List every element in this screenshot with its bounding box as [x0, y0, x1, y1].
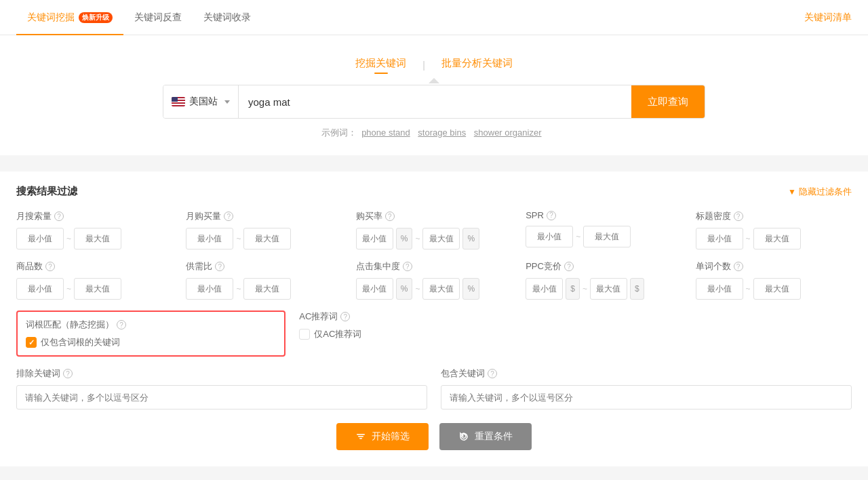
- search-tabs: 挖掘关键词 | 批量分析关键词: [355, 57, 513, 73]
- examples-row: 示例词： phone stand storage bins shower org…: [321, 127, 547, 139]
- svg-rect-1: [358, 436, 363, 437]
- filter-purchase-rate: 购买率 ? % ~ %: [356, 210, 512, 249]
- search-button[interactable]: 立即查询: [631, 85, 705, 118]
- word-match-group: 词根匹配（静态挖掘） ? 仅包含词根的关键词: [16, 311, 285, 357]
- filter-icon: [355, 431, 366, 442]
- filter-ppc-bid: PPC竞价 ? $ ~ $: [526, 260, 682, 300]
- supply-demand-max[interactable]: [243, 278, 291, 300]
- product-count-max[interactable]: [74, 278, 121, 300]
- filter-product-count: 商品数 ? ~: [16, 260, 172, 300]
- ac-recommend-group: AC推荐词 ? 仅AC推荐词: [299, 311, 568, 357]
- monthly-search-max[interactable]: [74, 228, 121, 249]
- reset-button[interactable]: 重置条件: [439, 423, 532, 450]
- start-filter-button[interactable]: 开始筛选: [336, 423, 429, 450]
- filter-monthly-purchase: 月购买量 ? ~: [186, 210, 342, 249]
- us-flag-icon: [172, 97, 185, 106]
- info-icon-product-count[interactable]: ?: [45, 262, 55, 271]
- search-section: 挖掘关键词 | 批量分析关键词 美国站 立即查询 示例词： phone stan…: [0, 35, 868, 155]
- info-icon-ac-recommend[interactable]: ?: [340, 312, 350, 321]
- filter-monthly-search: 月搜索量 ? ~: [16, 210, 172, 249]
- filter-word-count: 单词个数 ? ~: [696, 260, 852, 300]
- info-icon-supply-demand[interactable]: ?: [215, 262, 224, 271]
- spr-min[interactable]: [526, 226, 573, 247]
- keywords-list-link[interactable]: 关键词清单: [804, 12, 852, 24]
- exclude-keywords-input[interactable]: [16, 385, 427, 409]
- site-name: 美国站: [189, 96, 218, 108]
- exclude-keywords-group: 排除关键词 ?: [16, 367, 427, 409]
- info-icon-monthly-purchase[interactable]: ?: [224, 212, 233, 221]
- filter-row-1: 月搜索量 ? ~ 月购买量 ? ~ 购买率: [16, 210, 852, 249]
- badge-new: 焕新升级: [79, 12, 113, 23]
- nav-item-keywords-feedback[interactable]: 关键词反查: [123, 0, 193, 35]
- info-icon-exclude[interactable]: ?: [63, 369, 73, 378]
- click-concentration-min[interactable]: [356, 278, 393, 300]
- monthly-purchase-min[interactable]: [186, 228, 233, 249]
- filter-title: 搜索结果过滤: [16, 185, 77, 198]
- tab-batch-keywords[interactable]: 批量分析关键词: [441, 57, 513, 73]
- header-nav: 关键词挖掘 焕新升级 关键词反查 关键词收录: [16, 0, 262, 35]
- site-selector[interactable]: 美国站: [163, 85, 239, 118]
- info-icon-include[interactable]: ?: [488, 369, 497, 378]
- supply-demand-min[interactable]: [186, 278, 233, 300]
- filter-row-2: 商品数 ? ~ 供需比 ? ~ 点击集中度: [16, 260, 852, 300]
- filter-supply-demand: 供需比 ? ~: [186, 260, 342, 300]
- product-count-min[interactable]: [16, 278, 64, 300]
- ac-recommend-checkbox[interactable]: [299, 329, 310, 340]
- ppc-bid-max[interactable]: [590, 278, 627, 300]
- chevron-down-icon: [224, 100, 230, 104]
- include-keywords-input[interactable]: [441, 385, 852, 409]
- hide-filter-btn[interactable]: ▼ 隐藏过滤条件: [788, 186, 852, 198]
- action-row: 开始筛选 重置条件: [16, 423, 852, 450]
- nav-item-keywords-mining[interactable]: 关键词挖掘 焕新升级: [16, 0, 123, 35]
- reset-icon: [458, 431, 469, 442]
- svg-rect-2: [359, 438, 362, 439]
- filter-section: 搜索结果过滤 ▼ 隐藏过滤条件 月搜索量 ? ~ 月购买量 ?: [0, 172, 868, 466]
- info-icon-monthly-search[interactable]: ?: [54, 212, 64, 221]
- checkbox-filter-row: 词根匹配（静态挖掘） ? 仅包含词根的关键词 AC推荐词 ? 仅AC推荐词: [16, 311, 852, 357]
- info-icon-word-match[interactable]: ?: [117, 320, 126, 329]
- info-icon-click-concentration[interactable]: ?: [403, 262, 412, 271]
- example-shower-organizer[interactable]: shower organizer: [474, 127, 542, 138]
- click-concentration-max[interactable]: [422, 278, 460, 300]
- word-count-min[interactable]: [696, 278, 743, 300]
- svg-rect-0: [357, 434, 365, 435]
- monthly-purchase-max[interactable]: [243, 228, 291, 249]
- filter-title-density: 标题密度 ? ~: [696, 210, 852, 249]
- example-phone-stand[interactable]: phone stand: [361, 127, 410, 138]
- section-divider: [0, 155, 868, 163]
- empty-placeholder: [583, 311, 852, 357]
- nav-item-keywords-history[interactable]: 关键词收录: [193, 0, 262, 35]
- filter-header: 搜索结果过滤 ▼ 隐藏过滤条件: [16, 185, 852, 198]
- header: 关键词挖掘 焕新升级 关键词反查 关键词收录 关键词清单: [0, 0, 868, 35]
- title-density-min[interactable]: [696, 228, 743, 249]
- info-icon-title-density[interactable]: ?: [734, 212, 743, 221]
- purchase-rate-max[interactable]: [422, 228, 460, 249]
- search-input[interactable]: [239, 85, 631, 118]
- search-box: 美国站 立即查询: [163, 85, 705, 119]
- include-keywords-group: 包含关键词 ?: [441, 367, 852, 409]
- purchase-rate-min[interactable]: [356, 228, 393, 249]
- filter-click-concentration: 点击集中度 ? % ~ %: [356, 260, 512, 300]
- word-count-max[interactable]: [753, 278, 801, 300]
- info-icon-ppc-bid[interactable]: ?: [564, 262, 574, 271]
- monthly-search-min[interactable]: [16, 228, 64, 249]
- title-density-max[interactable]: [753, 228, 801, 249]
- info-icon-word-count[interactable]: ?: [734, 262, 743, 271]
- spr-max[interactable]: [583, 226, 631, 247]
- filter-spr: SPR ? ~: [526, 210, 682, 249]
- keyword-row: 排除关键词 ? 包含关键词 ?: [16, 367, 852, 409]
- word-match-checkbox[interactable]: [26, 337, 37, 348]
- ppc-bid-min[interactable]: [526, 278, 563, 300]
- info-icon-purchase-rate[interactable]: ?: [385, 212, 395, 221]
- tab-dig-keywords[interactable]: 挖掘关键词: [355, 57, 406, 73]
- example-storage-bins[interactable]: storage bins: [418, 127, 466, 138]
- info-icon-spr[interactable]: ?: [547, 211, 556, 220]
